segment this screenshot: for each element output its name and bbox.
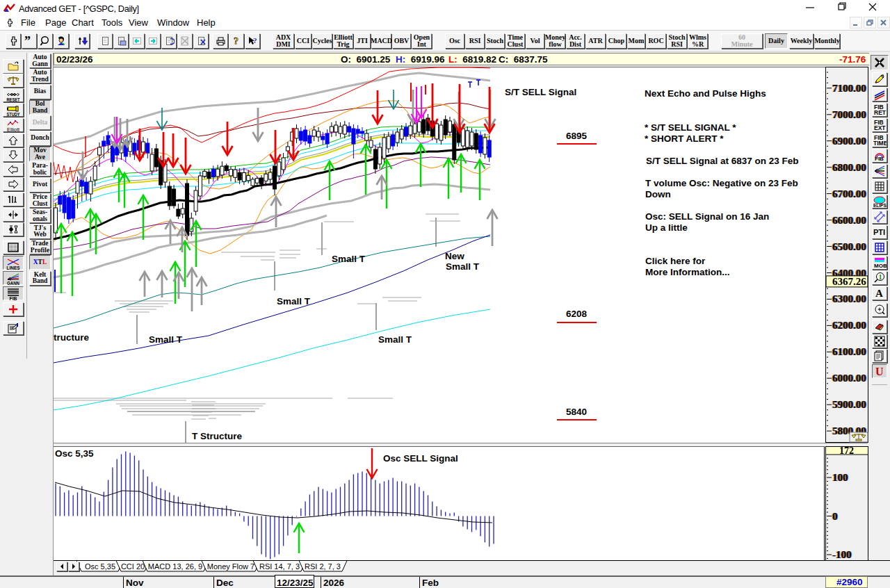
svg-text:7100.00: 7100.00 — [832, 83, 866, 94]
svg-text:ELIPS: ELIPS — [873, 203, 887, 208]
svg-text:172: 172 — [839, 446, 854, 456]
svg-text:0: 0 — [832, 511, 838, 522]
svg-text:RESET: RESET — [7, 97, 20, 102]
svg-text:FIB: FIB — [10, 296, 17, 300]
svg-text:A: A — [875, 288, 883, 299]
svg-text:Money Flow 7: Money Flow 7 — [207, 562, 254, 571]
svg-text:Osc 5,35: Osc 5,35 — [55, 448, 94, 459]
svg-text:7000.00: 7000.00 — [832, 109, 866, 120]
svg-text:Small T: Small T — [446, 261, 480, 272]
svg-text:6200.00: 6200.00 — [832, 320, 866, 331]
svg-text:6000.00: 6000.00 — [832, 373, 866, 384]
svg-text:RSI 2, 7, 3: RSI 2, 7, 3 — [305, 562, 341, 571]
svg-text:Small T: Small T — [149, 334, 183, 345]
svg-text:EXT: EXT — [874, 124, 886, 131]
svg-text:S/T SELL Signal: S/T SELL Signal — [505, 87, 576, 97]
svg-text:MOB: MOB — [874, 263, 887, 269]
svg-text:Click here for: Click here for — [645, 256, 706, 266]
svg-text:6800.00: 6800.00 — [832, 162, 866, 173]
svg-text:Next Echo and Pulse Highs: Next Echo and Pulse Highs — [645, 88, 766, 99]
svg-text:6500.00: 6500.00 — [832, 241, 866, 252]
svg-text:5840: 5840 — [566, 407, 587, 417]
svg-text:More Information...: More Information... — [645, 267, 730, 277]
svg-text:Small T: Small T — [332, 254, 366, 264]
svg-text:Osc SELL Signal: Osc SELL Signal — [383, 453, 458, 464]
svg-text:RET: RET — [874, 109, 887, 116]
svg-text:CCI 20: CCI 20 — [121, 562, 145, 571]
svg-text:”: ” — [24, 35, 31, 47]
svg-text:100: 100 — [832, 472, 848, 483]
svg-text:Down: Down — [645, 189, 671, 199]
svg-text:T Structure: T Structure — [192, 431, 243, 441]
svg-text:S/T SELL Signal at 6837 on 23: S/T SELL Signal at 6837 on 23 Feb — [646, 156, 799, 166]
svg-text:6208: 6208 — [566, 309, 588, 319]
svg-text:RSI 14, 7, 3: RSI 14, 7, 3 — [259, 562, 300, 571]
svg-text:STUDY: STUDY — [7, 111, 20, 117]
svg-text:5900.00: 5900.00 — [832, 399, 866, 410]
svg-text:PTI: PTI — [873, 228, 885, 236]
svg-text:6300.00: 6300.00 — [832, 293, 866, 304]
svg-text:?: ? — [234, 36, 238, 47]
svg-text:* SHORT ALERT *: * SHORT ALERT * — [645, 133, 724, 144]
svg-text:6600.00: 6600.00 — [832, 215, 866, 226]
svg-text:* S/T SELL SIGNAL *: * S/T SELL SIGNAL * — [645, 122, 736, 133]
svg-text:Osc 5,35: Osc 5,35 — [85, 562, 115, 571]
svg-text:?: ? — [253, 36, 257, 44]
svg-text:LINES: LINES — [7, 265, 20, 270]
svg-text:Up a little: Up a little — [645, 222, 688, 233]
svg-text:1: 1 — [879, 273, 882, 281]
svg-text:6100.00: 6100.00 — [832, 346, 866, 357]
svg-text:Small T: Small T — [378, 334, 412, 345]
svg-text:tructure: tructure — [54, 332, 89, 343]
svg-text:MACD 13, 26, 9: MACD 13, 26, 9 — [148, 562, 202, 571]
svg-text:FIB: FIB — [875, 156, 884, 162]
svg-text:U: U — [875, 366, 884, 377]
svg-text:Osc: SELL Signal on 16 Jan: Osc: SELL Signal on 16 Jan — [645, 211, 769, 222]
svg-text:Elliott: Elliott — [7, 127, 19, 132]
svg-text:New: New — [445, 251, 464, 261]
svg-text:6700.00: 6700.00 — [832, 188, 866, 199]
svg-text:T volume Osc: Negative on 23 F: T volume Osc: Negative on 23 Feb — [645, 178, 798, 188]
svg-text:6900.00: 6900.00 — [832, 136, 866, 147]
svg-text:TIME: TIME — [873, 140, 887, 147]
svg-text:Small T: Small T — [277, 296, 311, 307]
svg-text:6895: 6895 — [566, 131, 588, 141]
svg-text:6367.26: 6367.26 — [832, 276, 866, 287]
svg-text:GANN: GANN — [7, 280, 19, 285]
